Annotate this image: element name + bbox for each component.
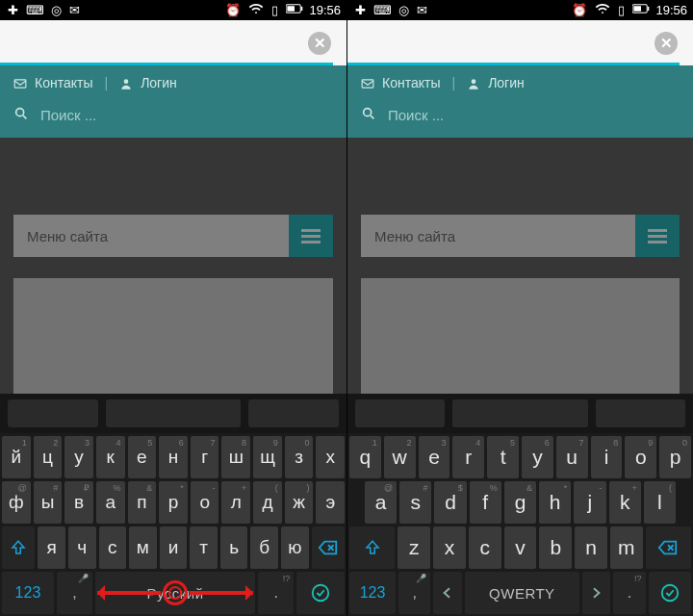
backspace-key[interactable] xyxy=(646,526,691,569)
key-д[interactable]: д( xyxy=(253,481,282,524)
login-link[interactable]: Логин xyxy=(488,75,525,90)
key-s[interactable]: s# xyxy=(399,481,431,524)
key-о[interactable]: о- xyxy=(191,481,219,524)
key-i[interactable]: i8 xyxy=(591,436,623,478)
key-з[interactable]: з0 xyxy=(285,436,314,478)
shift-key[interactable] xyxy=(349,526,395,569)
space-key[interactable]: Русский xyxy=(95,572,255,614)
key-в[interactable]: в₽ xyxy=(64,481,93,524)
comma-key[interactable]: 🎤 , xyxy=(398,572,430,614)
key-ф[interactable]: ф@ xyxy=(2,481,31,524)
key-ю[interactable]: ю xyxy=(281,526,309,569)
key-ь[interactable]: ь xyxy=(220,526,248,569)
keyboard-russian[interactable]: й1ц2у3к4е5н6г7ш8щ9з0х ф@ы#в₽а%п&р*о-л+д(… xyxy=(0,433,346,616)
key-ы[interactable]: ы# xyxy=(34,481,63,524)
key-y[interactable]: y6 xyxy=(522,436,553,478)
key-ж[interactable]: ж) xyxy=(285,481,314,524)
wifi-icon xyxy=(595,1,610,19)
key-ц[interactable]: ц2 xyxy=(34,436,63,478)
key-а[interactable]: а% xyxy=(96,481,125,524)
key-м[interactable]: м xyxy=(129,526,157,569)
key-b[interactable]: b xyxy=(539,526,572,569)
numbers-key[interactable]: 123 xyxy=(349,572,396,614)
key-к[interactable]: к4 xyxy=(96,436,125,478)
suggestion-bar[interactable] xyxy=(0,394,346,433)
enter-key[interactable] xyxy=(649,572,691,614)
key-q[interactable]: q1 xyxy=(349,436,381,478)
svg-point-13 xyxy=(662,585,679,602)
key-v[interactable]: v xyxy=(504,526,537,569)
key-g[interactable]: g& xyxy=(504,481,536,524)
key-и[interactable]: и xyxy=(160,526,188,569)
suggestion-bar[interactable] xyxy=(347,394,693,433)
key-у[interactable]: у3 xyxy=(64,436,93,478)
key-p[interactable]: p0 xyxy=(659,436,691,478)
contacts-link[interactable]: Контакты xyxy=(35,75,92,90)
key-c[interactable]: c xyxy=(469,526,501,569)
key-f[interactable]: f% xyxy=(470,481,501,524)
search-icon[interactable] xyxy=(361,106,376,124)
period-key[interactable]: !? . xyxy=(258,572,294,614)
key-k[interactable]: k+ xyxy=(609,481,641,524)
key-j[interactable]: j- xyxy=(574,481,605,524)
key-ш[interactable]: ш8 xyxy=(221,436,250,478)
key-l[interactable]: l( xyxy=(644,481,676,524)
key-г[interactable]: г7 xyxy=(191,436,219,478)
key-с[interactable]: с xyxy=(99,526,127,569)
search-input[interactable]: Поиск ... xyxy=(388,107,444,123)
key-р[interactable]: р* xyxy=(159,481,188,524)
close-icon[interactable]: ✕ xyxy=(654,32,678,55)
key-й[interactable]: й1 xyxy=(2,436,31,478)
key-d[interactable]: d$ xyxy=(434,481,466,524)
enter-key[interactable] xyxy=(296,572,345,614)
suggestion-pill[interactable] xyxy=(355,399,445,427)
key-h[interactable]: h* xyxy=(539,481,571,524)
key-н[interactable]: н6 xyxy=(159,436,188,478)
key-t[interactable]: t5 xyxy=(487,436,519,478)
close-icon[interactable]: ✕ xyxy=(308,32,331,55)
space-key[interactable]: QWERTY xyxy=(465,572,579,614)
key-o[interactable]: o9 xyxy=(625,436,656,478)
key-n[interactable]: n xyxy=(575,526,607,569)
suggestion-pill[interactable] xyxy=(596,399,685,427)
key-л[interactable]: л+ xyxy=(221,481,250,524)
key-r[interactable]: r4 xyxy=(452,436,484,478)
key-б[interactable]: б xyxy=(250,526,278,569)
svg-rect-3 xyxy=(14,80,26,88)
suggestion-pill[interactable] xyxy=(452,399,587,427)
key-x[interactable]: x xyxy=(433,526,466,569)
browser-address-bar[interactable]: ✕ xyxy=(347,20,693,65)
suggestion-pill[interactable] xyxy=(8,399,98,427)
arrow-right-key[interactable] xyxy=(582,572,611,614)
search-icon[interactable] xyxy=(13,106,29,124)
numbers-key[interactable]: 123 xyxy=(2,572,54,614)
keyboard-english[interactable]: q1w2e3r4t5y6u7i8o9p0 a@s#d$f%g&h*j-k+l( … xyxy=(347,433,693,616)
key-e[interactable]: e3 xyxy=(419,436,450,478)
period-key[interactable]: !? . xyxy=(613,572,645,614)
key-т[interactable]: т xyxy=(190,526,218,569)
key-a[interactable]: a@ xyxy=(365,481,397,524)
backspace-key[interactable] xyxy=(312,526,345,569)
key-ч[interactable]: ч xyxy=(68,526,96,569)
key-z[interactable]: z xyxy=(398,526,430,569)
key-х[interactable]: х xyxy=(316,436,345,478)
search-input[interactable]: Поиск ... xyxy=(40,107,96,123)
key-щ[interactable]: щ9 xyxy=(253,436,282,478)
key-э[interactable]: э xyxy=(316,481,345,524)
shift-key[interactable] xyxy=(2,526,35,569)
key-е[interactable]: е5 xyxy=(128,436,157,478)
contacts-link[interactable]: Контакты xyxy=(382,75,440,90)
comma-key[interactable]: 🎤 , xyxy=(57,572,92,614)
key-w[interactable]: w2 xyxy=(384,436,416,478)
key-я[interactable]: я xyxy=(38,526,65,569)
key-m[interactable]: m xyxy=(610,526,643,569)
key-u[interactable]: u7 xyxy=(556,436,588,478)
suggestion-pill[interactable] xyxy=(248,399,339,427)
arrow-left-key[interactable] xyxy=(433,572,462,614)
browser-address-bar[interactable]: ✕ xyxy=(0,20,346,65)
suggestion-pill[interactable] xyxy=(106,399,242,427)
login-link[interactable]: Логин xyxy=(141,75,177,90)
alarm-icon: ⏰ xyxy=(225,3,241,17)
key-п[interactable]: п& xyxy=(128,481,157,524)
status-bar: ✚ ⌨ ◎ ✉ ⏰ ▯ 19:56 xyxy=(0,0,346,20)
